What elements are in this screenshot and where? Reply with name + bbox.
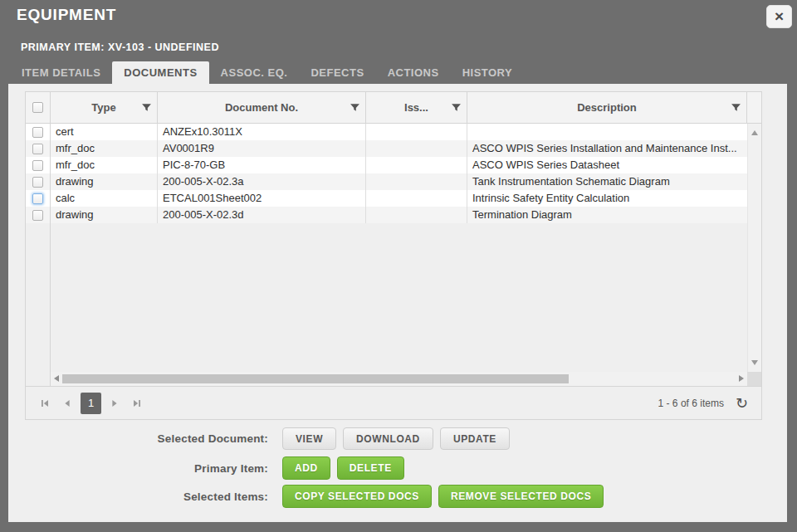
dialog-title: EQUIPMENT (17, 6, 116, 24)
grid-body: cert ANZEx10.3011X mfr_doc AV0001R9 ASCO… (26, 124, 747, 372)
cell-type: mfr_doc (51, 157, 158, 173)
next-page-button[interactable] (105, 393, 124, 413)
filter-icon[interactable] (445, 102, 467, 113)
remove-selected-docs-button[interactable]: REMOVE SELECTED DOCS (438, 485, 604, 508)
cell-issue (366, 173, 467, 190)
close-button[interactable]: × (766, 5, 792, 28)
primary-item-row: Primary Item: ADD DELETE (8, 456, 404, 480)
last-page-button[interactable] (128, 393, 146, 413)
selected-document-buttons: VIEW DOWNLOAD UPDATE (282, 427, 510, 450)
cell-type: mfr_doc (51, 140, 158, 157)
close-icon: × (775, 8, 784, 24)
add-button[interactable]: ADD (282, 456, 330, 480)
tab-history[interactable]: HISTORY (451, 61, 525, 84)
cell-description: Intrinsic Safety Entity Calculation (467, 190, 747, 207)
cell-description: ASCO WPIS Series Installation and Mainte… (467, 140, 747, 157)
scroll-up-icon[interactable] (751, 130, 758, 135)
column-label-type[interactable]: Type (51, 101, 135, 114)
update-button[interactable]: UPDATE (440, 427, 510, 450)
cell-document-no: 200-005-X-02.3a (158, 173, 366, 190)
download-button[interactable]: DOWNLOAD (343, 427, 433, 450)
row-checkbox-cell (26, 140, 51, 157)
scrollbar-corner (747, 372, 761, 386)
previous-page-button[interactable] (58, 393, 76, 413)
first-page-button[interactable] (36, 393, 54, 413)
column-label-issue[interactable]: Iss... (366, 101, 445, 114)
cell-issue (366, 140, 467, 157)
cell-issue (366, 207, 467, 223)
primary-item-buttons: ADD DELETE (282, 456, 404, 480)
row-checkbox-cell (26, 190, 51, 207)
cell-type: drawing (51, 173, 158, 190)
row-checkbox-cell (26, 157, 51, 173)
selected-items-buttons: COPY SELECTED DOCS REMOVE SELECTED DOCS (282, 485, 604, 508)
row-checkbox-focused[interactable] (32, 193, 43, 204)
row-checkbox-cell (26, 173, 51, 190)
copy-selected-docs-button[interactable]: COPY SELECTED DOCS (282, 485, 432, 508)
selected-items-label: Selected Items: (8, 491, 268, 503)
tab-assoc-eq[interactable]: ASSOC. EQ. (209, 61, 300, 84)
horizontal-scrollbar[interactable] (51, 372, 747, 386)
cell-document-no: AV0001R9 (158, 140, 366, 157)
documents-panel: Type Document No. Iss... (8, 84, 787, 522)
grid-pager: 1 1 - 6 of 6 items ↻ (26, 386, 761, 419)
column-header-type: Type (51, 92, 158, 123)
tab-defects[interactable]: DEFECTS (299, 61, 375, 84)
selected-items-row: Selected Items: COPY SELECTED DOCS REMOV… (8, 485, 604, 508)
cell-document-no: 200-005-X-02.3d (158, 207, 366, 223)
row-checkbox-cell (26, 124, 51, 140)
cell-type: cert (51, 124, 158, 140)
table-row[interactable]: drawing 200-005-X-02.3a Tank Instrumenta… (26, 173, 747, 190)
delete-button[interactable]: DELETE (337, 456, 404, 480)
column-label-description[interactable]: Description (467, 101, 725, 114)
tab-actions[interactable]: ACTIONS (376, 61, 451, 84)
tab-item-details[interactable]: ITEM DETAILS (10, 61, 112, 84)
pager-items-count: 1 - 6 of 6 items (658, 398, 724, 409)
row-checkbox[interactable] (32, 210, 43, 221)
row-checkbox[interactable] (32, 144, 43, 154)
table-row[interactable]: mfr_doc PIC-8-70-GB ASCO WPIS Series Dat… (26, 157, 747, 173)
tab-bar: ITEM DETAILS DOCUMENTS ASSOC. EQ. DEFECT… (10, 61, 524, 84)
horizontal-scrollbar-thumb[interactable] (62, 374, 569, 383)
cell-issue (366, 157, 467, 173)
cell-issue (366, 190, 467, 207)
row-checkbox[interactable] (32, 127, 43, 138)
equipment-dialog: EQUIPMENT × PRIMARY ITEM: XV-103 - UNDEF… (0, 0, 797, 532)
column-label-document-no[interactable]: Document No. (158, 101, 344, 114)
cell-document-no: ETCAL001Sheet002 (158, 190, 366, 207)
table-row[interactable]: cert ANZEx10.3011X (26, 124, 747, 140)
row-checkbox-cell (26, 207, 51, 223)
header-scrollbar-spacer (747, 92, 761, 123)
row-checkbox[interactable] (32, 160, 43, 171)
column-header-document-no: Document No. (158, 92, 366, 123)
view-button[interactable]: VIEW (282, 427, 336, 450)
primary-item-label: Primary Item: (8, 462, 268, 475)
column-header-description: Description (467, 92, 747, 123)
scroll-right-icon[interactable] (739, 375, 744, 382)
primary-item-subtitle: PRIMARY ITEM: XV-103 - UNDEFINED (21, 41, 219, 53)
select-all-checkbox[interactable] (32, 102, 43, 113)
filter-icon[interactable] (344, 102, 365, 113)
refresh-icon[interactable]: ↻ (736, 396, 748, 411)
table-row[interactable]: drawing 200-005-X-02.3d Termination Diag… (26, 207, 747, 223)
scroll-left-icon[interactable] (54, 375, 59, 382)
select-all-cell (26, 92, 51, 123)
documents-grid: Type Document No. Iss... (25, 91, 762, 420)
cell-description: Termination Diagram (467, 207, 747, 223)
cell-document-no: PIC-8-70-GB (158, 157, 366, 173)
table-row[interactable]: mfr_doc AV0001R9 ASCO WPIS Series Instal… (26, 140, 747, 157)
column-header-issue: Iss... (366, 92, 467, 123)
cell-type: calc (51, 190, 158, 207)
cell-description (467, 124, 747, 140)
cell-document-no: ANZEx10.3011X (158, 124, 366, 140)
filter-icon[interactable] (135, 102, 157, 113)
cell-type: drawing (51, 207, 158, 223)
table-row[interactable]: calc ETCAL001Sheet002 Intrinsic Safety E… (26, 190, 747, 207)
vertical-scrollbar[interactable] (747, 124, 761, 372)
tab-documents[interactable]: DOCUMENTS (112, 61, 208, 84)
grid-header: Type Document No. Iss... (26, 92, 761, 124)
scroll-down-icon[interactable] (751, 360, 758, 365)
page-number-button[interactable]: 1 (81, 393, 101, 414)
row-checkbox[interactable] (32, 177, 43, 188)
filter-icon[interactable] (725, 102, 746, 113)
